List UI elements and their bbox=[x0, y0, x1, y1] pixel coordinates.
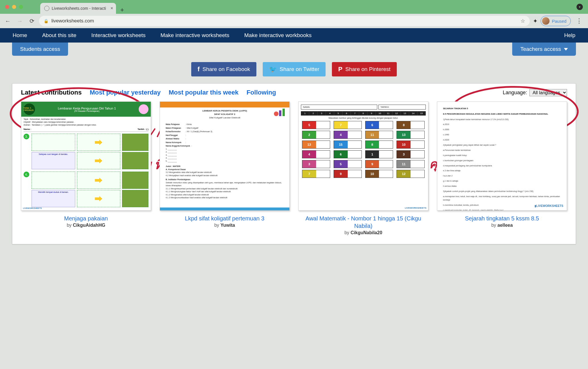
profile-button[interactable]: Paused bbox=[541, 16, 571, 26]
profile-status: Paused bbox=[552, 19, 566, 24]
nav-interactive-ws[interactable]: Interactive worksheets bbox=[84, 32, 153, 39]
content-tabs: Latest contributions Most popular yester… bbox=[21, 89, 567, 96]
svg-rect-4 bbox=[283, 109, 285, 116]
svg-point-2 bbox=[274, 112, 278, 116]
nav-make-wb[interactable]: Make interactive workbooks bbox=[237, 32, 319, 39]
lock-icon: 🔒 bbox=[44, 19, 49, 23]
worksheet-thumbnail[interactable]: Kelas 1 FIRDAUS Lembaran Kerja Pengurusa… bbox=[21, 101, 151, 211]
access-row: Students access Teachers access bbox=[0, 43, 588, 57]
share-row: f Share on Facebook 🐦 Share on Twitter P… bbox=[0, 62, 588, 76]
facebook-icon: f bbox=[198, 66, 200, 73]
address-bar[interactable]: 🔒 liveworksheets.com ☆ bbox=[39, 16, 530, 26]
chevron-down-icon bbox=[564, 48, 568, 51]
extensions-icon[interactable]: ✦ bbox=[532, 18, 538, 24]
share-pinterest-button[interactable]: P Share on Pinterest bbox=[332, 62, 397, 76]
bookmark-icon[interactable]: ☆ bbox=[521, 18, 525, 24]
tab-following[interactable]: Following bbox=[247, 89, 276, 96]
main-nav: Home About this site Interactive workshe… bbox=[0, 28, 588, 43]
minimize-window-icon[interactable] bbox=[12, 5, 16, 9]
cards-grid: Kelas 1 FIRDAUS Lembaran Kerja Pengurusa… bbox=[21, 101, 567, 235]
window-controls bbox=[5, 5, 23, 9]
globe-icon bbox=[44, 6, 49, 11]
worksheet-card: LEMBAR KERJA PESERTA DIDIK (LKPD) SIFAT … bbox=[160, 101, 290, 235]
card-byline: by aelleea bbox=[491, 223, 513, 228]
chrome-menu-icon[interactable]: ⋮ bbox=[573, 17, 585, 25]
card-byline: by CikguNabila20 bbox=[345, 230, 382, 235]
browser-chrome: Liveworksheets.com - Interacti × + ▼ ← →… bbox=[0, 0, 588, 28]
forward-button[interactable]: → bbox=[15, 16, 25, 26]
teachers-access-button[interactable]: Teachers access bbox=[512, 43, 576, 56]
card-title[interactable]: Awal Matematik - Nombor 1 hingga 15 (Cik… bbox=[298, 215, 428, 230]
card-title[interactable]: Sejarah tingkatan 5 kssm 8.5 bbox=[465, 215, 539, 222]
browser-tab[interactable]: Liveworksheets.com - Interacti × bbox=[40, 3, 116, 14]
svg-rect-3 bbox=[279, 110, 281, 116]
students-access-button[interactable]: Students access bbox=[12, 43, 68, 56]
tab-popular-week[interactable]: Most popular this week bbox=[169, 89, 238, 96]
address-row: ← → ⟳ 🔒 liveworksheets.com ☆ ✦ Paused ⋮ bbox=[0, 14, 588, 28]
card-byline: by CikguAidahHG bbox=[67, 223, 105, 228]
worksheet-thumbnail[interactable]: LEMBAR KERJA PESERTA DIDIK (LKPD) SIFAT … bbox=[160, 101, 290, 211]
new-tab-button[interactable]: + bbox=[120, 6, 124, 14]
main-container: Latest contributions Most popular yester… bbox=[12, 83, 576, 244]
chrome-dropdown-icon[interactable]: ▼ bbox=[577, 4, 583, 10]
language-label: Language: bbox=[503, 90, 527, 96]
worksheet-thumbnail[interactable]: SEJARAH TINGKATAN 58.5 PENCEROBOHAN KEDA… bbox=[437, 101, 567, 211]
worksheet-card: NAMA:TARIKH: 123456789101112131415 Masuk… bbox=[298, 101, 428, 235]
worksheet-card: Kelas 1 FIRDAUS Lembaran Kerja Pengurusa… bbox=[21, 101, 151, 235]
card-byline: by Yuwita bbox=[214, 223, 235, 228]
close-window-icon[interactable] bbox=[5, 5, 9, 9]
reload-button[interactable]: ⟳ bbox=[27, 16, 37, 26]
back-button[interactable]: ← bbox=[3, 16, 13, 26]
tab-popular-yesterday[interactable]: Most popular yesterday bbox=[90, 89, 160, 96]
twitter-icon: 🐦 bbox=[269, 66, 277, 73]
tab-latest[interactable]: Latest contributions bbox=[21, 89, 82, 96]
share-twitter-button[interactable]: 🐦 Share on Twitter bbox=[263, 62, 326, 76]
nav-help[interactable]: Help bbox=[557, 32, 583, 39]
url-text: liveworksheets.com bbox=[51, 18, 518, 24]
nav-home[interactable]: Home bbox=[5, 32, 35, 39]
maximize-window-icon[interactable] bbox=[19, 5, 23, 9]
nav-make-ws[interactable]: Make interactive worksheets bbox=[153, 32, 237, 39]
tab-title: Liveworksheets.com - Interacti bbox=[52, 6, 106, 11]
worksheet-card: SEJARAH TINGKATAN 58.5 PENCEROBOHAN KEDA… bbox=[437, 101, 567, 235]
worksheet-thumbnail[interactable]: NAMA:TARIKH: 123456789101112131415 Masuk… bbox=[298, 101, 428, 211]
language-selector: Language: All languages bbox=[503, 89, 567, 96]
pinterest-icon: P bbox=[338, 66, 343, 73]
close-tab-icon[interactable]: × bbox=[111, 6, 113, 11]
nav-about[interactable]: About this site bbox=[35, 32, 84, 39]
language-dropdown[interactable]: All languages bbox=[529, 89, 567, 96]
card-title[interactable]: Menjaga pakaian bbox=[64, 215, 108, 222]
card-title[interactable]: Lkpd sifat koligatif pertemuan 3 bbox=[185, 215, 264, 222]
avatar-icon bbox=[542, 17, 550, 25]
share-facebook-button[interactable]: f Share on Facebook bbox=[191, 62, 256, 76]
